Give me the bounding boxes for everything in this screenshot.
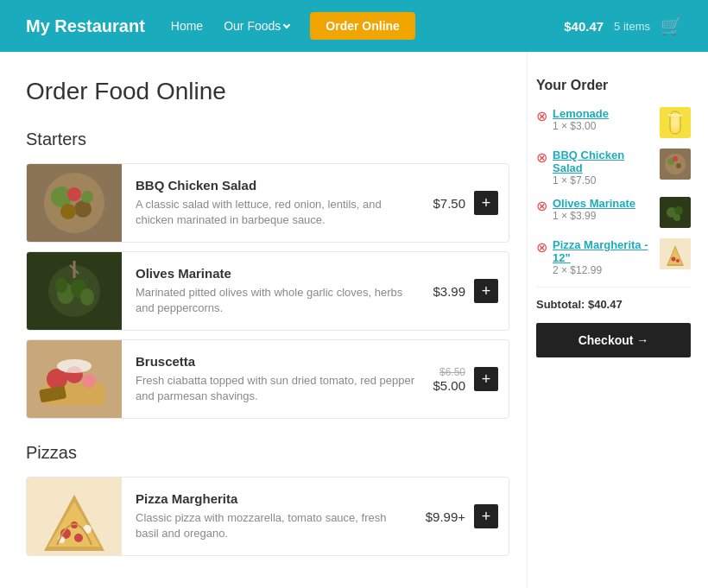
nav-order-online-button[interactable]: Order Online: [310, 12, 415, 40]
checkout-button[interactable]: Checkout →: [536, 323, 691, 357]
olives-image: [27, 252, 122, 330]
pizza-image: [27, 477, 122, 555]
order-item-thumbnail: [660, 149, 691, 180]
menu-item-name: Olives Marinate: [136, 266, 419, 281]
site-header: My Restaurant Home Our Foods Order Onlin…: [0, 0, 708, 52]
olives-thumb-svg: [660, 197, 691, 228]
olives-image-svg: [27, 252, 122, 330]
menu-item-description: Fresh ciabatta topped with sun dried tom…: [136, 373, 419, 404]
order-sidebar: Your Order ⊗ Lemonade 1 × $3.00 ⊗ BBQ Ch: [527, 52, 708, 588]
add-item-button[interactable]: +: [474, 367, 498, 391]
svg-point-20: [57, 359, 92, 373]
order-item-name[interactable]: Olives Marinate: [553, 197, 654, 210]
menu-item: Pizza Margherita Classic pizza with mozz…: [26, 477, 509, 556]
menu-item-name: BBQ Chicken Salad: [136, 178, 419, 193]
header-left: My Restaurant Home Our Foods Order Onlin…: [26, 12, 415, 40]
svg-point-42: [672, 257, 676, 262]
menu-item-body: Olives Marinate Marinated pitted olives …: [122, 254, 433, 328]
svg-point-35: [676, 163, 681, 168]
pizzas-section-title: Pizzas: [26, 443, 509, 463]
menu-item-price: $3.99: [433, 284, 465, 299]
remove-item-icon[interactable]: ⊗: [536, 149, 547, 166]
pizza-image-svg: [27, 477, 122, 555]
bbq-thumb-svg: [660, 149, 691, 180]
svg-point-11: [80, 288, 94, 306]
main-nav: Home Our Foods Order Online: [171, 12, 415, 40]
order-item: ⊗ Lemonade 1 × $3.00: [536, 107, 691, 138]
pizza-thumb-svg: [660, 238, 691, 269]
menu-item-right: $3.99 +: [433, 279, 509, 303]
menu-item: Olives Marinate Marinated pitted olives …: [26, 251, 509, 331]
svg-point-36: [673, 156, 678, 161]
order-item-thumbnail: [660, 238, 691, 269]
order-item-info: Pizza Margherita - 12" 2 × $12.99: [553, 238, 654, 276]
svg-point-3: [74, 200, 92, 218]
menu-item-description: Marinated pitted olives with whole garli…: [136, 285, 419, 316]
remove-item-icon[interactable]: ⊗: [536, 198, 547, 214]
menu-item-price: $5.00: [433, 378, 465, 393]
order-item-info: BBQ Chicken Salad 1 × $7.50: [553, 149, 654, 187]
menu-item-name: Bruscetta: [136, 354, 419, 369]
cart-amount: $40.47: [564, 19, 604, 34]
starters-section-title: Starters: [26, 130, 509, 149]
svg-point-43: [676, 259, 680, 262]
order-item: ⊗ BBQ Chicken Salad 1 × $7.50: [536, 149, 691, 187]
svg-point-12: [55, 277, 67, 293]
menu-item-price-old: $6.50: [433, 366, 465, 378]
bruscetta-image-svg: [27, 340, 122, 418]
svg-point-6: [60, 204, 76, 219]
svg-rect-31: [668, 114, 682, 117]
order-item-info: Olives Marinate 1 × $3.99: [553, 197, 654, 222]
order-item-thumbnail: [660, 107, 691, 138]
svg-point-5: [81, 191, 93, 203]
pizzas-section: Pizzas Pi: [26, 443, 509, 556]
order-item-qty: 1 × $7.50: [553, 174, 654, 187]
order-item-info: Lemonade 1 × $3.00: [553, 107, 654, 132]
starters-section: Starters BBQ Chicken Salad: [26, 130, 509, 419]
add-item-button[interactable]: +: [474, 279, 498, 303]
menu-item-description: A classic salad with lettuce, red onion,…: [136, 197, 419, 228]
order-subtotal: Subtotal: $40.47: [536, 298, 691, 311]
bbq-chicken-image: [27, 164, 122, 242]
site-logo: My Restaurant: [26, 16, 145, 36]
svg-point-39: [674, 206, 683, 215]
nav-our-foods[interactable]: Our Foods: [224, 19, 289, 33]
order-item-name[interactable]: Lemonade: [553, 107, 654, 120]
order-item-qty: 2 × $12.99: [553, 264, 654, 276]
order-item: ⊗ Pizza Margherita - 12" 2 × $12.99: [536, 238, 691, 276]
menu-item-right: $7.50 +: [433, 191, 509, 215]
menu-item-price: $7.50: [433, 196, 465, 211]
cart-icon[interactable]: 🛒: [661, 16, 682, 36]
main-body: Order Food Online Starters: [0, 52, 708, 588]
menu-item-description: Classic pizza with mozzarella, tomato sa…: [136, 510, 412, 541]
dropdown-chevron-icon: [283, 22, 290, 28]
order-divider: [536, 287, 691, 288]
remove-item-icon[interactable]: ⊗: [536, 108, 547, 124]
order-title: Your Order: [536, 78, 691, 93]
menu-item-right: $9.99+ +: [426, 504, 509, 528]
order-item-name[interactable]: Pizza Margherita - 12": [553, 238, 654, 264]
svg-point-19: [82, 374, 96, 388]
menu-item: BBQ Chicken Salad A classic salad with l…: [26, 163, 509, 243]
menu-item-right: $6.50 $5.00 +: [433, 366, 509, 393]
menu-item-price: $9.99+: [426, 509, 465, 524]
svg-point-24: [74, 534, 83, 542]
menu-item: Bruscetta Fresh ciabatta topped with sun…: [26, 339, 509, 419]
add-item-button[interactable]: +: [474, 504, 498, 528]
cart-items-count: 5 items: [614, 20, 650, 33]
order-item: ⊗ Olives Marinate 1 × $3.99: [536, 197, 691, 228]
page-title: Order Food Online: [26, 78, 509, 105]
svg-point-40: [673, 214, 680, 221]
order-item-qty: 1 × $3.00: [553, 120, 654, 132]
add-item-button[interactable]: +: [474, 191, 498, 215]
menu-column: Order Food Online Starters: [0, 52, 527, 588]
lemonade-thumb-svg: [660, 107, 691, 138]
svg-point-4: [67, 187, 81, 201]
bruscetta-image: [27, 340, 122, 418]
menu-item-body: BBQ Chicken Salad A classic salad with l…: [122, 166, 433, 240]
order-item-thumbnail: [660, 197, 691, 228]
order-item-name[interactable]: BBQ Chicken Salad: [553, 149, 654, 174]
nav-home[interactable]: Home: [171, 19, 203, 33]
remove-item-icon[interactable]: ⊗: [536, 239, 547, 256]
price-block: $6.50 $5.00: [433, 366, 465, 393]
